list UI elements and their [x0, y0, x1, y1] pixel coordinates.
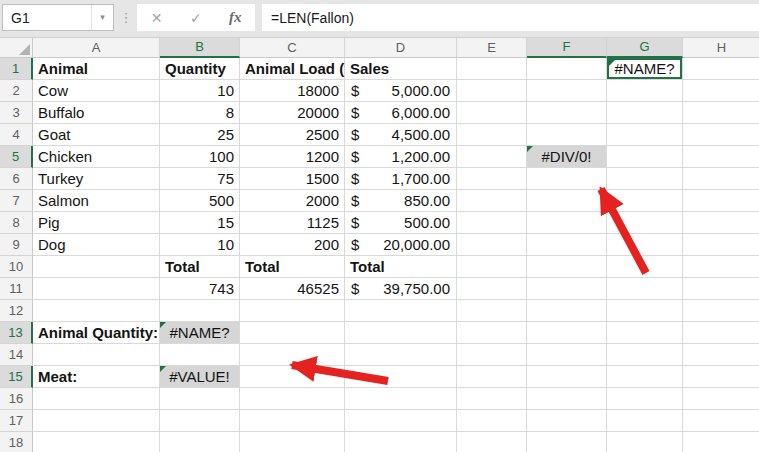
cell-C17[interactable] [240, 410, 345, 432]
cell-C13[interactable] [240, 322, 345, 344]
cell-A17[interactable] [33, 410, 160, 432]
enter-icon[interactable]: ✓ [181, 10, 211, 26]
cell-E13[interactable] [457, 322, 527, 344]
cell-B1[interactable]: Quantity [160, 58, 240, 80]
cell-H10[interactable] [683, 256, 759, 278]
cell-A2[interactable]: Cow [33, 80, 160, 102]
cell-F2[interactable] [527, 80, 607, 102]
cell-H17[interactable] [683, 410, 759, 432]
cell-B17[interactable] [160, 410, 240, 432]
cell-C14[interactable] [240, 344, 345, 366]
cell-C18[interactable] [240, 432, 345, 452]
cell-F11[interactable] [527, 278, 607, 300]
row-header-14[interactable]: 14 [0, 344, 33, 366]
cell-F14[interactable] [527, 344, 607, 366]
cell-F8[interactable] [527, 212, 607, 234]
cell-D2[interactable]: $5,000.00 [345, 80, 457, 102]
cell-C4[interactable]: 2500 [240, 124, 345, 146]
cell-G9[interactable] [607, 234, 683, 256]
row-header-15[interactable]: 15 [0, 366, 33, 388]
cell-E15[interactable] [457, 366, 527, 388]
cell-B2[interactable]: 10 [160, 80, 240, 102]
cell-H1[interactable] [683, 58, 759, 80]
cell-G1[interactable]: #NAME? [607, 58, 683, 80]
cell-G17[interactable] [607, 410, 683, 432]
cell-C9[interactable]: 200 [240, 234, 345, 256]
cell-G16[interactable] [607, 388, 683, 410]
cell-C11[interactable]: 46525 [240, 278, 345, 300]
cell-G6[interactable] [607, 168, 683, 190]
cell-F16[interactable] [527, 388, 607, 410]
cell-B11[interactable]: 743 [160, 278, 240, 300]
row-header-11[interactable]: 11 [0, 278, 33, 300]
row-header-8[interactable]: 8 [0, 212, 33, 234]
row-header-17[interactable]: 17 [0, 410, 33, 432]
cell-E10[interactable] [457, 256, 527, 278]
cell-A3[interactable]: Buffalo [33, 102, 160, 124]
cell-C6[interactable]: 1500 [240, 168, 345, 190]
insert-function-icon[interactable]: fx [220, 9, 250, 26]
cell-F17[interactable] [527, 410, 607, 432]
cell-D13[interactable] [345, 322, 457, 344]
cell-E12[interactable] [457, 300, 527, 322]
cell-E5[interactable] [457, 146, 527, 168]
cell-D8[interactable]: $500.00 [345, 212, 457, 234]
row-header-6[interactable]: 6 [0, 168, 33, 190]
cell-H11[interactable] [683, 278, 759, 300]
cell-E2[interactable] [457, 80, 527, 102]
cell-F5[interactable]: #DIV/0! [527, 146, 607, 168]
cell-E4[interactable] [457, 124, 527, 146]
cell-B12[interactable] [160, 300, 240, 322]
cell-G18[interactable] [607, 432, 683, 452]
cell-F4[interactable] [527, 124, 607, 146]
cell-B14[interactable] [160, 344, 240, 366]
cell-E1[interactable] [457, 58, 527, 80]
name-box[interactable]: G1 ▾ [2, 4, 114, 31]
row-header-13[interactable]: 13 [0, 322, 33, 344]
cell-C3[interactable]: 20000 [240, 102, 345, 124]
cell-A12[interactable] [33, 300, 160, 322]
cell-A6[interactable]: Turkey [33, 168, 160, 190]
cell-E3[interactable] [457, 102, 527, 124]
cell-E18[interactable] [457, 432, 527, 452]
cell-F18[interactable] [527, 432, 607, 452]
column-header-G[interactable]: G [607, 38, 683, 58]
cell-H2[interactable] [683, 80, 759, 102]
column-header-C[interactable]: C [240, 38, 345, 58]
cell-A4[interactable]: Goat [33, 124, 160, 146]
row-header-12[interactable]: 12 [0, 300, 33, 322]
cell-B9[interactable]: 10 [160, 234, 240, 256]
cell-G13[interactable] [607, 322, 683, 344]
cell-C5[interactable]: 1200 [240, 146, 345, 168]
cell-C8[interactable]: 1125 [240, 212, 345, 234]
cell-A16[interactable] [33, 388, 160, 410]
cell-D16[interactable] [345, 388, 457, 410]
cell-B16[interactable] [160, 388, 240, 410]
cell-E8[interactable] [457, 212, 527, 234]
cell-E7[interactable] [457, 190, 527, 212]
cell-E17[interactable] [457, 410, 527, 432]
column-header-B[interactable]: B [160, 38, 240, 58]
column-header-F[interactable]: F [527, 38, 607, 58]
row-header-7[interactable]: 7 [0, 190, 33, 212]
cell-D18[interactable] [345, 432, 457, 452]
cell-F13[interactable] [527, 322, 607, 344]
cell-C1[interactable]: Animal Load (kg) [240, 58, 345, 80]
cell-D11[interactable]: $39,750.00 [345, 278, 457, 300]
cell-H15[interactable] [683, 366, 759, 388]
cell-G15[interactable] [607, 366, 683, 388]
cell-E16[interactable] [457, 388, 527, 410]
cell-E14[interactable] [457, 344, 527, 366]
row-header-2[interactable]: 2 [0, 80, 33, 102]
cell-H6[interactable] [683, 168, 759, 190]
cell-D3[interactable]: $6,000.00 [345, 102, 457, 124]
cell-E6[interactable] [457, 168, 527, 190]
row-header-1[interactable]: 1 [0, 58, 33, 80]
cell-B7[interactable]: 500 [160, 190, 240, 212]
cell-G12[interactable] [607, 300, 683, 322]
cell-A5[interactable]: Chicken [33, 146, 160, 168]
cell-D5[interactable]: $1,200.00 [345, 146, 457, 168]
cell-A8[interactable]: Pig [33, 212, 160, 234]
cell-C2[interactable]: 18000 [240, 80, 345, 102]
cell-F6[interactable] [527, 168, 607, 190]
